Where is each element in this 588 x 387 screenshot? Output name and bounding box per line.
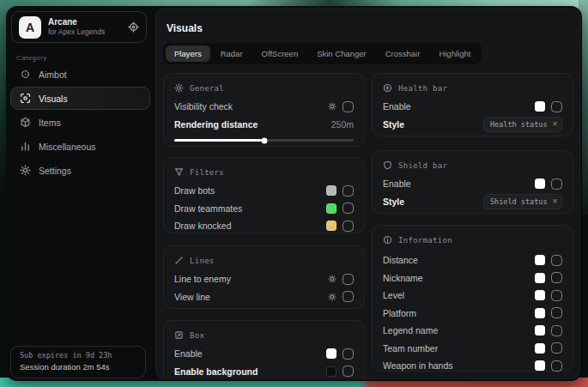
sidebar-item-items[interactable]: Items [10, 111, 150, 134]
sidebar-item-label: Visuals [39, 94, 68, 104]
team-number-color-swatch[interactable] [535, 343, 545, 354]
draw-teammates-checkbox[interactable] [342, 203, 354, 214]
weapon-in-hands-checkbox[interactable] [551, 360, 562, 372]
platform-color-swatch[interactable] [535, 308, 545, 318]
sidebar-item-label: Miscellaneous [39, 142, 96, 152]
team-number-row: Team number [383, 340, 562, 358]
panel-title: Filters [190, 168, 224, 177]
right-column: Health bar Enable Style H [372, 73, 573, 379]
sidebar-item-miscellaneous[interactable]: Miscellaneous [10, 135, 150, 158]
platform-row: Platform [383, 305, 562, 323]
game-desktop: A Arcane for Apex Legends Category [0, 0, 588, 387]
information-panel-header: Information [383, 233, 562, 246]
sidebar-item-visuals[interactable]: Visuals [10, 87, 150, 110]
line-to-enemy-row: Line to enemy [174, 270, 354, 288]
shield-enable-checkbox[interactable] [551, 178, 562, 190]
tab-offscreen[interactable]: OffScreen [253, 45, 307, 62]
setting-label: Line to enemy [174, 274, 328, 284]
shield-enable-row: Enable [383, 175, 562, 193]
panel-title: General [190, 84, 224, 93]
draw-teammates-color-swatch[interactable] [326, 203, 336, 214]
main-panel: Visuals Players Radar OffScreen Skin Cha… [155, 8, 580, 379]
legend-name-checkbox[interactable] [551, 325, 562, 336]
focus-eye-icon [20, 93, 31, 104]
setting-label: View line [174, 292, 328, 302]
box-background-color-swatch[interactable] [326, 366, 336, 377]
box-enable-color-swatch[interactable] [326, 348, 336, 359]
bar-chart-icon [20, 141, 31, 152]
legend-name-color-swatch[interactable] [535, 325, 545, 336]
health-enable-checkbox[interactable] [551, 101, 562, 112]
team-number-checkbox[interactable] [551, 342, 562, 354]
rendering-distance-value: 250m [331, 119, 354, 130]
distance-row: Distance [383, 251, 562, 269]
category-label: Category [16, 54, 47, 62]
distance-color-swatch[interactable] [535, 255, 545, 265]
sidebar-item-aimbot[interactable]: Aimbot [10, 63, 150, 86]
tab-bar: Players Radar OffScreen Skin Changer Cro… [163, 43, 482, 64]
shield-enable-color-swatch[interactable] [535, 178, 545, 189]
box-background-row: Enable background [174, 363, 354, 380]
health-enable-color-swatch[interactable] [535, 101, 545, 112]
tab-radar[interactable]: Radar [212, 45, 252, 62]
info-icon [383, 235, 392, 245]
health-style-row: Style Health status × [383, 116, 562, 134]
box-enable-checkbox[interactable] [342, 348, 354, 360]
shield-bar-panel-header: Shield bar [383, 159, 562, 172]
rendering-distance-slider[interactable] [174, 139, 354, 142]
cube-icon [20, 117, 31, 128]
sidebar-item-label: Settings [39, 166, 71, 176]
box-background-checkbox[interactable] [342, 366, 354, 377]
level-checkbox[interactable] [551, 290, 562, 301]
draw-bots-checkbox[interactable] [342, 185, 354, 197]
draw-bots-color-swatch[interactable] [326, 185, 336, 196]
arcane-menu-window: A Arcane for Apex Legends Category [6, 6, 582, 381]
health-enable-row: Enable [383, 98, 562, 116]
health-style-select[interactable]: Health status × [483, 117, 562, 132]
nickname-color-swatch[interactable] [535, 273, 545, 283]
aperture-gear-icon[interactable] [128, 21, 139, 33]
draw-knocked-color-swatch[interactable] [326, 221, 336, 231]
panel-title: Box [190, 331, 204, 340]
clear-icon[interactable]: × [553, 119, 558, 129]
filters-panel: Filters Draw bots Draw teammates [163, 157, 365, 233]
slider-thumb[interactable] [261, 137, 267, 143]
sidebar-item-settings[interactable]: Settings [10, 159, 150, 182]
draw-teammates-row: Draw teammates [174, 200, 354, 218]
view-line-row: View line [174, 288, 354, 306]
gear-icon [174, 83, 184, 93]
setting-label: Distance [383, 255, 535, 265]
level-color-swatch[interactable] [535, 290, 545, 300]
visibility-check-checkbox[interactable] [342, 101, 354, 112]
health-bar-panel: Health bar Enable Style H [372, 73, 573, 136]
tab-crosshair[interactable]: Crosshair [377, 45, 429, 62]
level-row: Level [383, 287, 562, 305]
visibility-check-row: Visibility check [174, 98, 354, 116]
sidebar-item-label: Items [39, 118, 61, 128]
distance-checkbox[interactable] [551, 255, 562, 266]
draw-knocked-checkbox[interactable] [342, 221, 354, 232]
clear-icon[interactable]: × [553, 197, 558, 206]
shield-icon [383, 160, 392, 170]
shield-style-select[interactable]: Shield status × [483, 194, 562, 209]
gear-icon [20, 165, 31, 176]
setting-label: Level [383, 290, 535, 300]
tab-players[interactable]: Players [166, 45, 210, 62]
platform-checkbox[interactable] [551, 307, 562, 318]
box-panel-header: Box [174, 329, 354, 342]
sidebar-nav: Aimbot Visuals [10, 63, 150, 183]
nickname-checkbox[interactable] [551, 272, 562, 283]
keybind-gear-icon[interactable] [328, 275, 336, 283]
setting-label: Rendering distance [174, 119, 331, 130]
view-line-checkbox[interactable] [342, 291, 354, 302]
tab-highlight[interactable]: Highlight [430, 45, 479, 62]
legend-name-row: Legend name [383, 322, 562, 340]
weapon-in-hands-color-swatch[interactable] [535, 360, 545, 371]
draw-knocked-row: Draw knocked [174, 217, 354, 235]
tab-skin-changer[interactable]: Skin Changer [308, 45, 375, 62]
keybind-gear-icon[interactable] [328, 293, 336, 301]
general-panel-header: General [174, 82, 354, 94]
line-to-enemy-checkbox[interactable] [342, 274, 354, 285]
diagonal-line-icon [174, 256, 184, 265]
keybind-gear-icon[interactable] [328, 102, 336, 111]
